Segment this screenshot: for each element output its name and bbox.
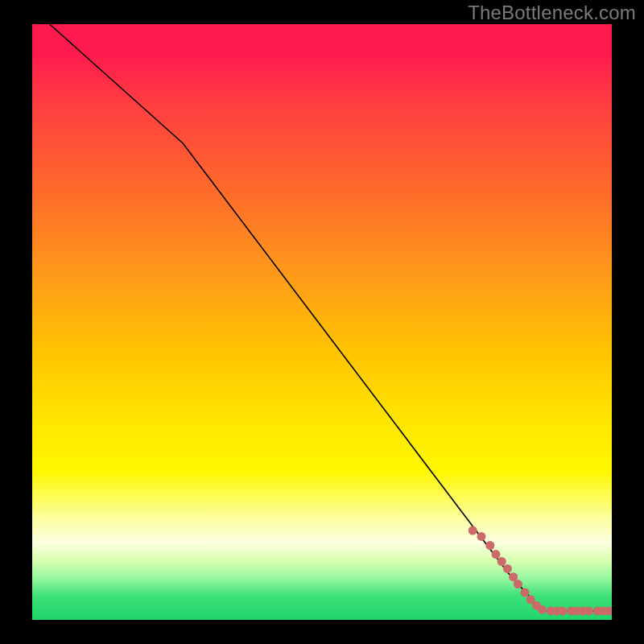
marker-dot	[469, 526, 477, 535]
marker-dot	[558, 606, 567, 615]
marker-dot	[521, 588, 530, 597]
curve-line	[50, 24, 612, 611]
marker-dot	[514, 580, 522, 588]
chart-frame: TheBottleneck.com	[0, 0, 644, 644]
marker-dot	[485, 541, 494, 550]
marker-dot	[497, 557, 506, 566]
marker-dot	[503, 564, 512, 573]
chart-overlay	[32, 24, 612, 620]
marker-dot	[492, 550, 501, 559]
watermark-text: TheBottleneck.com	[468, 2, 636, 24]
plot-area	[32, 24, 612, 620]
curve-path	[50, 24, 612, 611]
marker-dot	[584, 606, 593, 615]
marker-dot	[477, 532, 486, 541]
marker-dot	[538, 605, 547, 614]
marker-dots	[469, 526, 612, 616]
